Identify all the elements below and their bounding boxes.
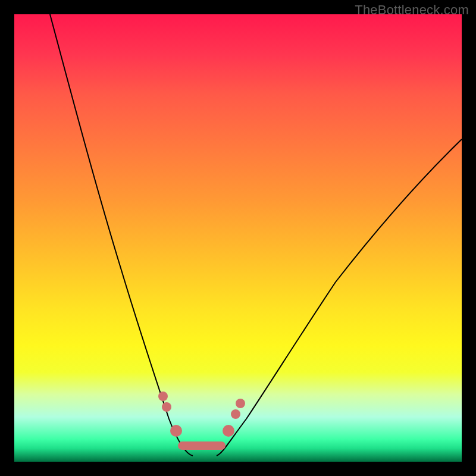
bottleneck-curve-svg xyxy=(14,14,462,462)
marker-dot xyxy=(162,402,171,412)
marker-dot xyxy=(231,409,240,419)
right-ascent-curve xyxy=(217,139,462,456)
chart-plot-area xyxy=(14,14,462,462)
marker-dot xyxy=(170,425,182,437)
marker-dot xyxy=(236,399,245,408)
watermark-text: TheBottleneck.com xyxy=(355,2,469,18)
marker-dot xyxy=(158,392,168,401)
marker-dot xyxy=(223,425,234,437)
left-descent-curve xyxy=(50,14,193,456)
